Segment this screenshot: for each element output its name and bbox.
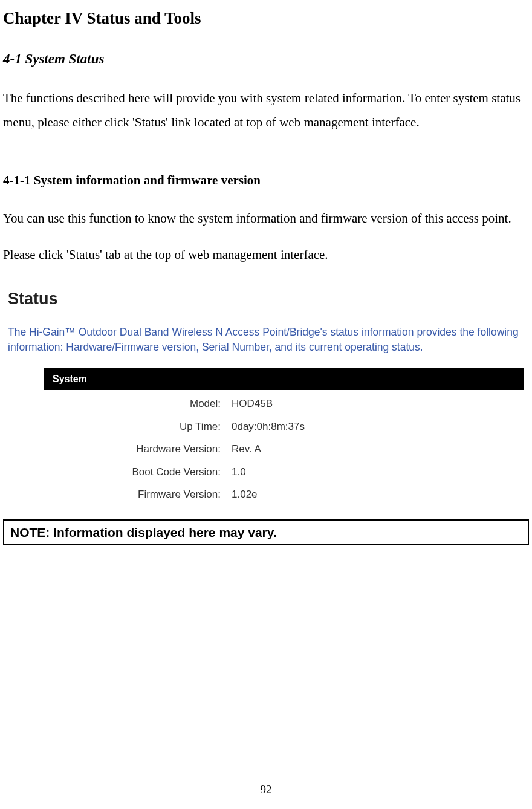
status-heading: Status — [8, 287, 524, 311]
system-panel-header: System — [44, 368, 524, 390]
system-value: 1.02e — [232, 487, 258, 502]
page-number: 92 — [0, 781, 532, 799]
status-screenshot-block: Status The Hi-Gain™ Outdoor Dual Band Wi… — [8, 287, 524, 502]
system-row-boot-code-version: Boot Code Version: 1.0 — [44, 464, 524, 480]
system-row-model: Model: HOD45B — [44, 396, 524, 412]
subsection-title: 4-1-1 System information and firmware ve… — [3, 171, 529, 190]
note-box: NOTE: Information displayed here may var… — [3, 519, 529, 546]
system-label: Hardware Version: — [44, 441, 232, 457]
status-description: The Hi-Gain™ Outdoor Dual Band Wireless … — [8, 325, 524, 356]
system-value: Rev. A — [232, 441, 261, 457]
intro-paragraph: The functions described here will provid… — [3, 86, 529, 135]
system-panel: System Model: HOD45B Up Time: 0day:0h:8m… — [44, 368, 524, 502]
system-rows: Model: HOD45B Up Time: 0day:0h:8m:37s Ha… — [44, 396, 524, 502]
system-label: Up Time: — [44, 419, 232, 435]
system-row-uptime: Up Time: 0day:0h:8m:37s — [44, 419, 524, 435]
system-label: Boot Code Version: — [44, 464, 232, 480]
system-label: Firmware Version: — [44, 487, 232, 502]
section-title: 4-1 System Status — [3, 49, 529, 70]
subsection-paragraph-1: You can use this function to know the sy… — [3, 207, 529, 231]
chapter-title: Chapter IV Status and Tools — [3, 6, 529, 31]
system-row-hardware-version: Hardware Version: Rev. A — [44, 441, 524, 457]
system-value: 1.0 — [232, 464, 246, 480]
system-row-firmware-version: Firmware Version: 1.02e — [44, 487, 524, 502]
system-value: HOD45B — [232, 396, 273, 412]
system-value: 0day:0h:8m:37s — [232, 419, 305, 435]
system-label: Model: — [44, 396, 232, 412]
subsection-paragraph-2: Please click 'Status' tab at the top of … — [3, 243, 529, 267]
